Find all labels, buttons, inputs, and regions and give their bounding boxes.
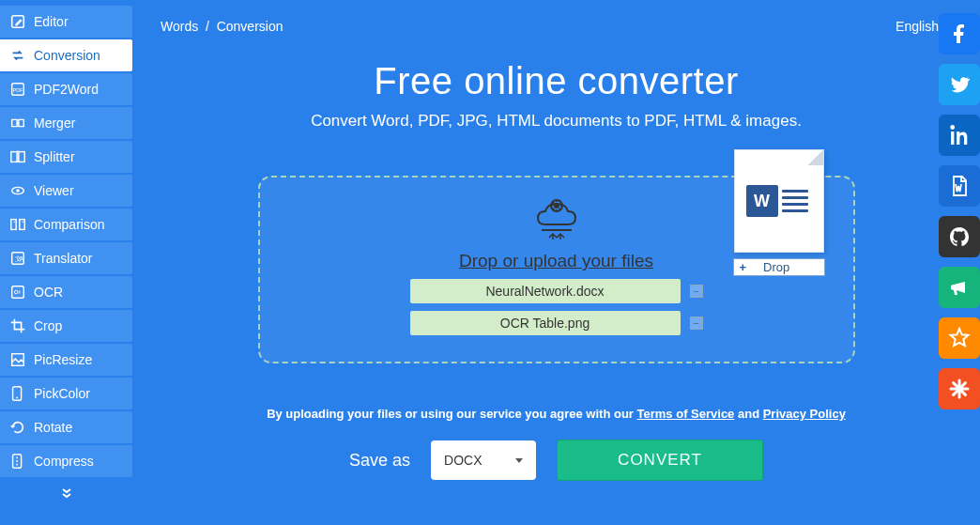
- plus-icon: +: [740, 260, 747, 274]
- svg-point-16: [14, 290, 18, 294]
- page-title: Free online converter: [374, 60, 738, 102]
- chevron-down-icon: [515, 458, 523, 463]
- chevron-double-down-icon: [60, 486, 73, 500]
- picresize-icon: [9, 351, 26, 368]
- sidebar-item-translator[interactable]: 文ATranslator: [0, 242, 132, 274]
- sidebar-item-picresize[interactable]: PicResize: [0, 344, 132, 376]
- rotate-icon: [9, 419, 26, 436]
- uploaded-file: OCR Table.png: [410, 311, 681, 335]
- sidebar-item-comparison[interactable]: Comparison: [0, 208, 132, 240]
- svg-point-7: [16, 189, 20, 193]
- svg-point-19: [16, 397, 18, 399]
- convert-button[interactable]: CONVERT: [557, 440, 763, 481]
- star-icon[interactable]: [939, 317, 980, 359]
- editor-icon: [9, 13, 26, 30]
- drop-hint: + Drop: [733, 258, 825, 276]
- remove-file-button[interactable]: −: [690, 317, 703, 330]
- sidebar-item-crop[interactable]: Crop: [0, 310, 132, 342]
- sidebar-item-pickcolor[interactable]: PickColor: [0, 378, 132, 409]
- sidebar-item-editor[interactable]: Editor: [0, 6, 132, 38]
- word-document-icon: W: [734, 149, 824, 253]
- upload-prompt[interactable]: Drop or upload your files: [459, 251, 653, 271]
- facebook-icon[interactable]: [939, 13, 980, 54]
- sidebar: EditorConversionPDFPDF2WordMergerSplitte…: [0, 0, 132, 525]
- breadcrumb-current[interactable]: Conversion: [217, 19, 283, 34]
- pickcolor-icon: [9, 385, 26, 402]
- linkedin-icon[interactable]: [939, 115, 980, 156]
- file-row: OCR Table.png−: [410, 311, 703, 335]
- sidebar-item-ocr[interactable]: OCR: [0, 276, 132, 308]
- sidebar-item-label: Comparison: [34, 217, 104, 232]
- sidebar-item-label: Conversion: [34, 48, 100, 63]
- svg-rect-8: [11, 220, 16, 230]
- social-rail: [939, 13, 980, 409]
- sidebar-item-label: Viewer: [34, 183, 74, 198]
- breadcrumb-sep: /: [202, 19, 217, 34]
- drop-hint-label: Drop: [763, 260, 789, 274]
- sidebar-item-label: OCR: [34, 285, 63, 300]
- topbar: Words / Conversion English: [161, 19, 952, 34]
- comparison-icon: [9, 216, 26, 233]
- twitter-icon[interactable]: [939, 64, 980, 105]
- svg-rect-9: [20, 220, 24, 230]
- sidebar-item-label: Rotate: [34, 420, 72, 435]
- sidebar-item-merger[interactable]: Merger: [0, 107, 132, 139]
- remove-file-button[interactable]: −: [690, 285, 703, 298]
- compress-icon: [9, 453, 26, 470]
- conversion-icon: [9, 47, 26, 64]
- splitter-icon: [9, 148, 26, 165]
- format-select[interactable]: DOCX: [431, 440, 536, 480]
- format-value: DOCX: [444, 453, 482, 468]
- sidebar-item-label: PicResize: [34, 352, 92, 367]
- sidebar-item-compress[interactable]: Compress: [0, 445, 132, 477]
- terms-notice: By uploading your files or using our ser…: [267, 407, 846, 421]
- megaphone-icon[interactable]: [939, 267, 980, 308]
- language-label: English: [896, 19, 939, 34]
- breadcrumb: Words / Conversion: [161, 19, 283, 34]
- ocr-icon: [9, 284, 26, 301]
- sidebar-item-viewer[interactable]: Viewer: [0, 175, 132, 207]
- word-icon[interactable]: [939, 165, 980, 207]
- translator-icon: 文A: [9, 250, 26, 267]
- terms-prefix: By uploading your files or using our ser…: [267, 407, 636, 421]
- sidebar-item-label: Translator: [34, 251, 93, 266]
- sidebar-item-label: PickColor: [34, 386, 90, 401]
- upload-cloud-icon: [528, 196, 585, 245]
- word-badge: W: [746, 185, 778, 217]
- sidebar-item-rotate[interactable]: Rotate: [0, 411, 132, 443]
- sidebar-item-conversion[interactable]: Conversion: [0, 39, 132, 71]
- pdf-icon: PDF: [9, 81, 26, 98]
- uploaded-file: NeuralNetwork.docx: [410, 279, 681, 303]
- sidebar-item-label: PDF2Word: [34, 82, 99, 97]
- sidebar-item-label: Splitter: [34, 149, 75, 164]
- save-as-label: Save as: [349, 451, 410, 471]
- viewer-icon: [9, 182, 26, 199]
- svg-text:PDF: PDF: [13, 87, 23, 93]
- drag-preview: W + Drop: [733, 149, 825, 276]
- page-subtitle: Convert Word, PDF, JPG, HTML documents t…: [311, 112, 802, 131]
- svg-rect-4: [19, 152, 24, 162]
- sidebar-item-label: Crop: [34, 318, 62, 333]
- terms-mid: and: [734, 407, 762, 421]
- sidebar-expand-toggle[interactable]: [0, 481, 132, 509]
- terms-link[interactable]: Terms of Service: [637, 407, 735, 421]
- sidebar-item-label: Compress: [34, 454, 94, 469]
- main-content: Words / Conversion English Free online c…: [132, 0, 980, 525]
- sidebar-item-label: Merger: [34, 116, 75, 131]
- breadcrumb-root[interactable]: Words: [161, 19, 198, 34]
- sidebar-item-pdf2word[interactable]: PDFPDF2Word: [0, 73, 132, 105]
- file-row: NeuralNetwork.docx−: [410, 279, 703, 303]
- svg-rect-3: [11, 152, 17, 162]
- merger-icon: [9, 115, 26, 131]
- crop-icon: [9, 317, 26, 334]
- asterisk-icon[interactable]: [939, 368, 980, 409]
- privacy-link[interactable]: Privacy Policy: [763, 407, 846, 421]
- file-dropzone[interactable]: Drop or upload your files NeuralNetwork.…: [258, 176, 855, 363]
- sidebar-item-splitter[interactable]: Splitter: [0, 141, 132, 173]
- sidebar-item-label: Editor: [34, 14, 69, 29]
- github-icon[interactable]: [939, 216, 980, 257]
- controls: Save as DOCX CONVERT: [349, 440, 763, 481]
